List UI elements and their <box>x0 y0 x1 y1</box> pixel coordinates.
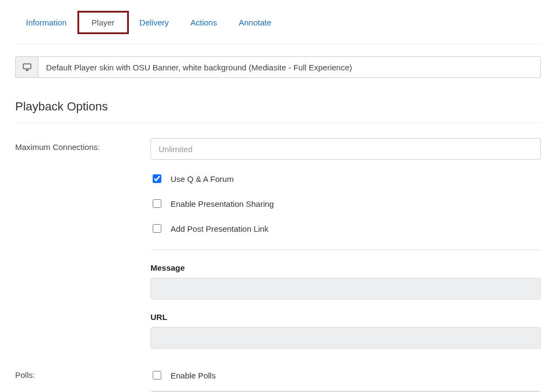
add-post-link-label: Add Post Presentation Link <box>171 224 269 233</box>
tab-player-highlight: Player <box>77 11 129 34</box>
message-label: Message <box>151 263 541 272</box>
message-input <box>151 278 541 299</box>
tab-actions[interactable]: Actions <box>180 12 228 32</box>
tab-information[interactable]: Information <box>15 12 77 32</box>
enable-polls-label: Enable Polls <box>171 371 215 380</box>
tabs-bar: Information Player Delivery Actions Anno… <box>15 0 541 44</box>
divider <box>151 250 541 250</box>
use-qa-forum-label: Use Q & A Forum <box>171 174 234 184</box>
url-label: URL <box>151 312 541 322</box>
tab-player[interactable]: Player <box>79 12 127 32</box>
max-connections-label: Maximum Connections: <box>15 138 151 349</box>
polls-label: Polls: <box>15 366 151 392</box>
player-skin-icon-box <box>15 56 38 78</box>
playback-options-heading: Playback Options <box>15 100 541 123</box>
player-skin-row: Default Player skin with OSU Banner, whi… <box>15 56 541 78</box>
tab-delivery[interactable]: Delivery <box>129 12 180 32</box>
monitor-icon <box>23 63 31 71</box>
player-skin-input[interactable]: Default Player skin with OSU Banner, whi… <box>38 56 541 78</box>
url-input <box>151 327 541 349</box>
svg-rect-0 <box>23 64 31 69</box>
tab-annotate[interactable]: Annotate <box>228 12 282 32</box>
enable-sharing-label: Enable Presentation Sharing <box>171 199 274 208</box>
add-post-link-checkbox[interactable] <box>153 224 161 233</box>
enable-sharing-checkbox[interactable] <box>153 199 161 208</box>
enable-polls-checkbox[interactable] <box>153 371 161 380</box>
max-connections-input[interactable] <box>151 138 541 160</box>
use-qa-forum-checkbox[interactable] <box>153 174 161 183</box>
